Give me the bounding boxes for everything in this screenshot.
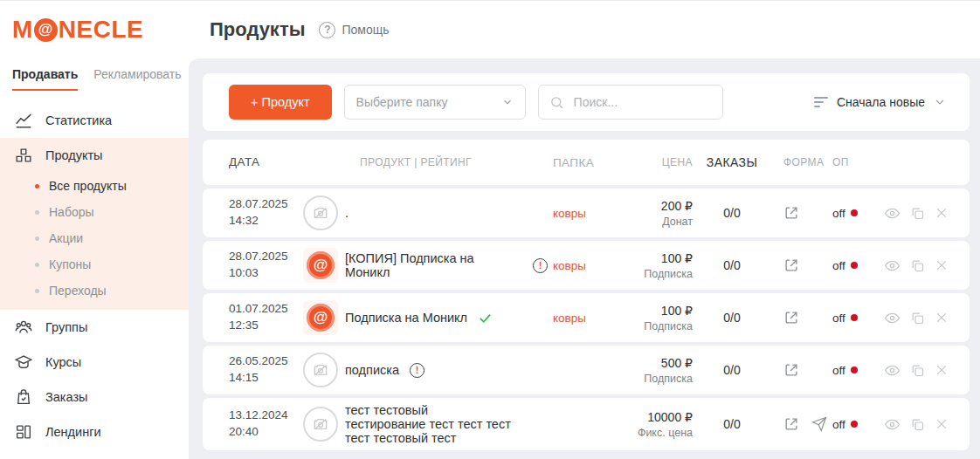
topbar: M@NECLE Продукты ? Помощь [0,1,980,58]
logo-text-rest: NECLE [59,16,143,44]
cubes-icon [14,146,33,165]
sidebar-item-label: Заказы [45,390,87,404]
delete-icon[interactable] [935,206,949,220]
orders-count: 0/0 [693,258,771,272]
product-logo-thumbnail[interactable]: @ [303,300,338,335]
sidebar-subitem-sets[interactable]: Наборы [0,199,189,225]
copy-icon[interactable] [910,363,925,378]
op-indicator-dot [851,367,858,373]
sidebar-item-statistics[interactable]: Статистика [0,103,189,138]
search-input[interactable] [572,94,703,110]
tab-sell[interactable]: Продавать [12,67,78,91]
table-row[interactable]: 28.07.2025 14:32 . ковры 200 ₽ Донат 0/0… [203,188,970,237]
product-name[interactable]: Подписка на Моникл [345,311,467,325]
chart-line-icon [14,111,33,130]
table-row[interactable]: 28.07.2025 10:03 @ [КОПИЯ] Подписка на М… [203,241,970,290]
sidebar-subitem-coupons[interactable]: Купоны [0,251,189,277]
sidebar-subitem-label: Все продукты [49,179,127,193]
price-value: 10000 ₽ [618,410,693,424]
delete-icon[interactable] [935,417,949,431]
no-photo-icon[interactable] [303,195,338,230]
row-time: 14:32 [229,213,303,230]
view-icon[interactable] [884,362,901,379]
form-link-icon[interactable] [783,362,799,378]
product-table-body: 28.07.2025 14:32 . ковры 200 ₽ Донат 0/0… [203,188,970,450]
sidebar-subitem-all-products[interactable]: Все продукты [0,173,189,199]
copy-icon[interactable] [910,417,925,432]
send-icon[interactable] [811,416,827,432]
delete-icon[interactable] [935,363,949,377]
copy-icon[interactable] [910,206,925,221]
sidebar-item-products[interactable]: Продукты [0,138,189,173]
table-row[interactable]: 26.05.2025 14:15 подписка ! 500 ₽ Подпис… [203,346,970,394]
view-icon[interactable] [884,205,901,222]
product-name[interactable]: [КОПИЯ] Подписка на Моникл [345,251,522,279]
folder-link[interactable]: ковры [553,312,586,325]
sidebar-item-groups[interactable]: Группы [0,310,189,345]
row-date: 13.12.2024 [229,408,303,424]
column-header-price: ЦЕНА [618,156,693,168]
folder-select-placeholder: Выберите папку [356,95,448,109]
sort-label: Сначала новые [837,95,925,109]
column-header-date: ДАТА [229,154,303,171]
op-indicator-dot [851,421,858,428]
product-name[interactable]: . [345,206,349,220]
add-product-button[interactable]: + Продукт [229,85,332,120]
folder-link[interactable]: ковры [553,259,586,272]
view-icon[interactable] [884,310,901,326]
sort-icon [814,97,829,107]
folder-link[interactable]: ковры [553,207,586,220]
table-row[interactable]: 13.12.2024 20:40 тест тестовый тестирова… [203,398,970,450]
monecle-logo[interactable]: M@NECLE [0,16,189,44]
help-link[interactable]: ? Помощь [319,22,389,38]
sidebar-item-label: Статистика [45,113,112,127]
folder-select[interactable]: Выберите папку [344,85,526,120]
bullet-icon [35,210,39,215]
price-value: 500 ₽ [618,356,693,370]
form-link-icon[interactable] [783,205,799,221]
sidebar-item-label: Курсы [45,355,81,369]
product-name[interactable]: тест тестовый тестирование тест тест тес… [345,403,511,445]
copy-icon[interactable] [910,311,925,325]
sidebar-item-label: Группы [45,320,87,334]
sidebar-item-label: Лендинги [45,425,101,439]
copy-icon[interactable] [910,258,925,273]
form-link-icon[interactable] [783,310,799,325]
tab-advertise[interactable]: Рекламировать [93,67,181,91]
view-icon[interactable] [884,257,901,274]
layout-icon [14,422,33,442]
row-time: 10:03 [229,265,303,282]
toolbar: + Продукт Выберите папку Сначала новые [203,73,970,131]
row-time: 20:40 [229,424,303,441]
table-row[interactable]: 01.07.2025 12:35 @ Подписка на Моникл ко… [203,293,970,342]
column-header-folder: ПАПКА [553,156,618,169]
price-value: 200 ₽ [618,199,693,213]
bullet-icon [35,184,39,188]
delete-icon[interactable] [935,258,949,272]
sidebar-subitem-promos[interactable]: Акции [0,225,189,251]
price-value: 100 ₽ [618,251,693,265]
bullet-icon [35,236,39,241]
column-header-form: ФОРМА [771,156,832,168]
orders-count: 0/0 [693,363,771,377]
product-logo-thumbnail[interactable]: @ [303,248,338,283]
op-indicator-dot [851,314,858,321]
search-icon [549,95,564,110]
sidebar-item-orders[interactable]: Заказы [0,380,189,414]
sort-dropdown[interactable]: Сначала новые [814,95,947,109]
sidebar-item-label: Продукты [45,148,103,162]
form-link-icon[interactable] [783,416,799,432]
sidebar-item-reviews[interactable]: Отзывы [0,449,189,459]
view-icon[interactable] [884,416,901,433]
form-link-icon[interactable] [783,257,799,273]
no-photo-icon[interactable] [303,353,338,387]
sidebar-item-landings[interactable]: Лендинги [0,414,189,449]
no-photo-icon[interactable] [303,407,338,442]
row-date: 28.07.2025 [229,249,303,265]
product-name[interactable]: подписка [345,363,399,377]
sidebar-item-courses[interactable]: Курсы [0,345,189,380]
sidebar-subitem-transitions[interactable]: Переходы [0,277,189,304]
orders-count: 0/0 [693,417,771,431]
op-indicator-dot [851,262,858,269]
delete-icon[interactable] [935,311,949,325]
